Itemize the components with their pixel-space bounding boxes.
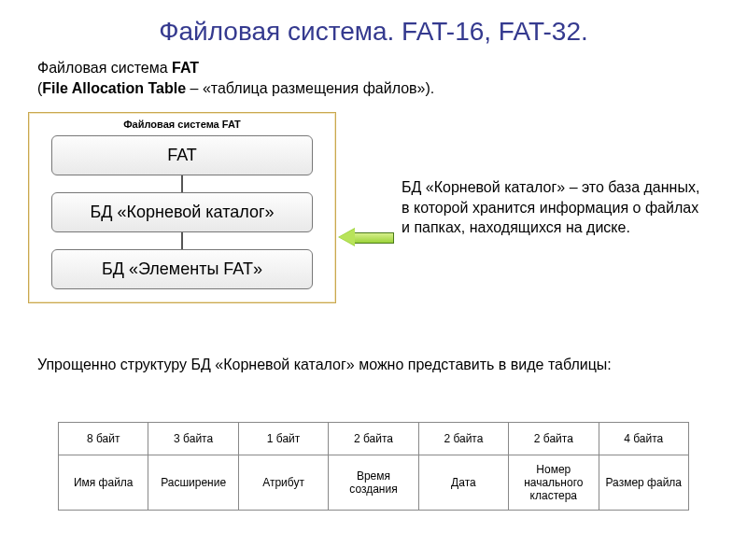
table-cell: 1 байт [238, 423, 328, 455]
diagram-node-root: БД «Корневой каталог» [51, 192, 313, 232]
table-cell: 2 байта [509, 423, 599, 455]
table-cell: Номер начального кластера [509, 455, 599, 511]
diagram-caption: Файловая система FAT [38, 119, 326, 130]
diagram-node-elements: БД «Элементы FAT» [51, 249, 313, 289]
table-cell: Размер файла [599, 455, 688, 511]
table-cell: 2 байта [329, 423, 418, 455]
intro-line2-rest: – «таблица размещения файлов»). [186, 80, 434, 96]
diagram-node-fat: FAT [51, 135, 313, 175]
table-cell: Время создания [329, 455, 418, 511]
arrow-left-icon [338, 228, 394, 246]
below-note: Упрощенно структуру БД «Корневой каталог… [37, 355, 710, 375]
table-cell: 2 байта [418, 423, 508, 455]
table-cell: Дата [418, 455, 508, 511]
intro-line1-bold: FAT [172, 60, 199, 76]
table-cell: Расширение [148, 455, 238, 511]
table-cell: Имя файла [59, 455, 148, 511]
side-note: БД «Корневой каталог» – это база данных,… [402, 177, 710, 238]
table-cell: 4 байта [599, 423, 688, 455]
slide-title: Файловая система. FAT-16, FAT-32. [0, 0, 747, 52]
table-cell: 8 байт [59, 423, 148, 455]
table-cell: 3 байта [148, 423, 238, 455]
diagram-card: Файловая система FAT FAT БД «Корневой ка… [28, 112, 336, 303]
table-cell: Атрибут [238, 455, 328, 511]
diagram-connector-1 [181, 175, 183, 192]
root-catalog-table: 8 байт 3 байта 1 байт 2 байта 2 байта 2 … [58, 422, 689, 511]
intro-line1-prefix: Файловая система [37, 60, 172, 76]
diagram-connector-2 [181, 232, 183, 249]
intro-line2-bold: File Allocation Table [42, 80, 186, 96]
intro-block: Файловая система FAT (File Allocation Ta… [0, 52, 747, 100]
table-row: Имя файла Расширение Атрибут Время созда… [59, 455, 689, 511]
table-row: 8 байт 3 байта 1 байт 2 байта 2 байта 2 … [59, 423, 689, 455]
